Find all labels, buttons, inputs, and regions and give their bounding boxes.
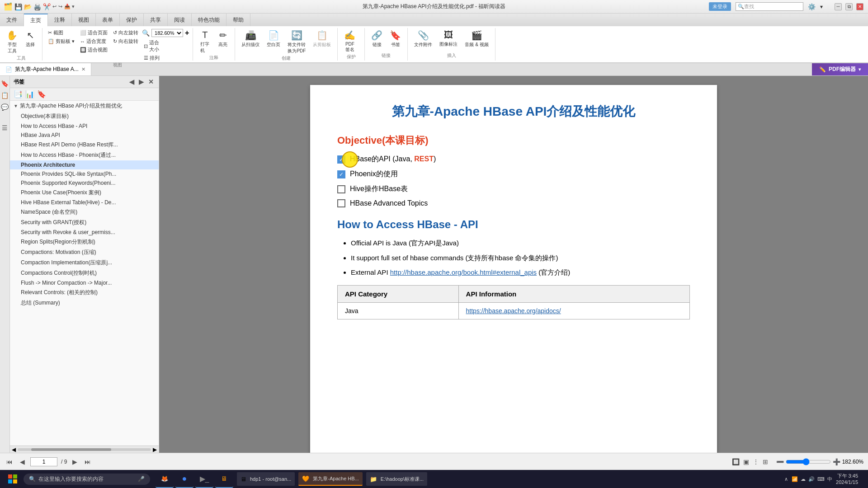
doc-tab-close[interactable]: ✕ xyxy=(81,66,85,72)
scroll-btn-view[interactable]: ⋮ xyxy=(752,457,760,466)
layers-panel-btn[interactable]: ☰ xyxy=(1,124,9,132)
sidebar-item-rest[interactable]: HBase Rest API Demo (HBase Rest挥... xyxy=(10,140,159,150)
pdf-editor-btn[interactable]: ✏️ PDF编辑器 ▾ xyxy=(812,63,868,75)
arrange-btn[interactable]: ☰排列 xyxy=(142,54,189,62)
tab-help[interactable]: 帮助 xyxy=(226,14,250,26)
checkbox-3[interactable] xyxy=(337,185,345,193)
select-tool-btn[interactable]: ↖ 选择 xyxy=(22,29,38,49)
convert-pdf-btn[interactable]: 🔄 将文件转换为PDF xyxy=(285,29,308,55)
sidebar-item-compact-c[interactable]: Compactions Control(控制时机) xyxy=(10,268,159,278)
typewriter-btn[interactable]: T 打字机 xyxy=(197,29,213,55)
tab-form[interactable]: 表单 xyxy=(96,14,120,26)
tab-home[interactable]: 主页 xyxy=(24,14,48,26)
rotate-right-btn[interactable]: ↻向右旋转 xyxy=(111,38,140,45)
restore-btn[interactable]: ⧉ xyxy=(845,3,853,10)
minimize-btn[interactable]: ─ xyxy=(835,3,842,10)
checkbox-4[interactable] xyxy=(337,199,345,207)
zoom-minus-btn[interactable]: ➖ xyxy=(776,458,784,465)
expand-icon[interactable]: ▾ xyxy=(820,4,823,10)
zoom-select[interactable]: 182.60% 100% 150% 200% xyxy=(151,29,183,37)
prev-page-btn[interactable]: ◀ xyxy=(18,457,27,466)
sidebar-item-phoenix-arch[interactable]: Phoenix Architecture xyxy=(10,160,159,169)
sidebar-item-access[interactable]: How to Access HBase - API xyxy=(10,122,159,131)
tab-feature[interactable]: 特色功能 xyxy=(192,14,226,26)
app3-container[interactable]: 📁 E:\hadoop\标准课... xyxy=(366,472,427,486)
highlight-btn[interactable]: ✏ 高亮 xyxy=(215,29,231,49)
bookmark-tool2[interactable]: 📊 xyxy=(25,90,34,99)
first-page-btn[interactable]: ⏮ xyxy=(5,457,14,466)
sidebar-item-phoenix-kw[interactable]: Phoenix Supported Keywords(Phoeni... xyxy=(10,178,159,188)
fit-view-btn[interactable]: 🔲适合视图 xyxy=(78,46,109,54)
taskbar-mic-icon[interactable]: 🎤 xyxy=(138,476,145,482)
scan-btn[interactable]: 📠 从扫描仪 xyxy=(239,29,262,49)
bookmark-panel-btn[interactable]: 🔖 xyxy=(1,80,9,88)
sidebar-item-controls[interactable]: Relevant Controls: (相关的控制) xyxy=(10,287,159,298)
search-box[interactable]: 🔍 查找 xyxy=(736,2,803,11)
login-btn[interactable]: 未登录 xyxy=(709,2,731,11)
bookmark-tool1[interactable]: 📑 xyxy=(14,90,23,99)
last-page-btn[interactable]: ⏭ xyxy=(83,457,93,466)
scroll-left-btn[interactable]: ◀ xyxy=(12,446,16,453)
sidebar-item-phoenix-use[interactable]: Phoenix Use Case(Phoenix 案例) xyxy=(10,188,159,198)
file-attach-btn[interactable]: 📎 文件附件 xyxy=(411,29,435,49)
sidebar-item-java[interactable]: HBase Java API xyxy=(10,131,159,140)
checkbox-1[interactable]: ✓ xyxy=(337,155,345,164)
next-page-btn[interactable]: ▶ xyxy=(71,457,79,466)
expand-tray-icon[interactable]: ∧ xyxy=(784,476,788,482)
tab-file[interactable]: 文件 xyxy=(0,14,24,26)
zoom-plus-btn[interactable]: ➕ xyxy=(833,458,840,465)
sidebar-item-compact-m[interactable]: Compactions: Motivation (压缩) xyxy=(10,247,159,258)
single-page-btn[interactable]: 🔲 xyxy=(731,457,741,466)
tab-protect[interactable]: 保护 xyxy=(120,14,144,26)
sidebar-item-summary[interactable]: 总结 (Summary) xyxy=(10,298,159,308)
sidebar-item-namespace[interactable]: NameSpace (命名空间) xyxy=(10,207,159,217)
hand-tool-btn[interactable]: ✋ 手型工具 xyxy=(4,29,20,55)
scroll-right-btn[interactable]: ▶ xyxy=(153,446,157,453)
tab-share[interactable]: 共享 xyxy=(144,14,168,26)
fit-size-btn[interactable]: ⊡适合大小 xyxy=(142,39,189,53)
annot-panel-btn[interactable]: 💬 xyxy=(1,103,9,111)
close-sidebar-btn[interactable]: ✕ xyxy=(147,78,155,86)
taskbar-time[interactable]: 下午 3:45 2024/1/15 xyxy=(836,473,858,486)
pdf-sign-btn[interactable]: ✍ PDF签名 xyxy=(341,29,358,54)
page-input[interactable] xyxy=(30,457,57,466)
sidebar-item-revoke[interactable]: Security with Revoke & user_permiss... xyxy=(10,228,159,237)
page-panel-btn[interactable]: 📋 xyxy=(1,91,9,99)
zoom-slider[interactable] xyxy=(786,458,831,465)
sidebar-item-grant[interactable]: Security with GRANT(授权) xyxy=(10,217,159,228)
sidebar-item-root[interactable]: ▼ 第九章-Apache HBase API介绍及性能优化 xyxy=(10,101,159,111)
bookmark-tool3[interactable]: 🔖 xyxy=(37,90,46,99)
checkbox-2[interactable]: ✓ xyxy=(337,170,345,178)
sidebar-item-compact-i[interactable]: Compaction Implementation(压缩原j... xyxy=(10,258,159,268)
clipboard-btn[interactable]: 📋剪贴板 ▾ xyxy=(46,38,76,45)
bookmark-btn[interactable]: 🔖 书签 xyxy=(387,29,404,49)
tab-read[interactable]: 阅读 xyxy=(168,14,192,26)
from-clipboard-btn[interactable]: 📋 从剪贴板 xyxy=(310,29,334,49)
sidebar-item-flush[interactable]: Flush -> Minor Compaction -> Major... xyxy=(10,278,159,287)
sidebar-item-objective[interactable]: Objective(本课目标) xyxy=(10,111,159,122)
sidebar-item-phoenix-sql[interactable]: Phoenix Provides SQL-like Syntax(Ph... xyxy=(10,169,159,178)
crop-btn[interactable]: ✂截图 xyxy=(46,29,76,37)
lang-icon[interactable]: 中 xyxy=(827,476,832,483)
external-api-link[interactable]: http://hbase.apache.org/book.html#extern… xyxy=(390,268,537,276)
app2-container[interactable]: 🧡 第九章-Apache HB... xyxy=(298,472,362,486)
image-mark-btn[interactable]: 🖼 图像标注 xyxy=(437,29,460,48)
volume-icon[interactable]: 🔊 xyxy=(808,476,815,482)
tab-annotate[interactable]: 注释 xyxy=(48,14,72,26)
double-page-btn[interactable]: ▣ xyxy=(742,457,750,466)
link-btn[interactable]: 🔗 链接 xyxy=(368,29,385,49)
sidebar-item-hive[interactable]: Hive HBase External Table(Hive) - De... xyxy=(10,198,159,207)
taskbar-search[interactable]: 🔍 在这里输入你要搜索的内容 🎤 xyxy=(24,474,150,485)
tab-view[interactable]: 视图 xyxy=(72,14,96,26)
rotate-left-btn[interactable]: ↺向左旋转 xyxy=(111,29,140,37)
doc-tab[interactable]: 📄 第九章-Apache HBase A... ✕ xyxy=(0,63,91,75)
fit-page-btn[interactable]: ⬜适合页面 xyxy=(78,29,109,37)
prev-bookmark-btn[interactable]: ◀ xyxy=(128,78,136,86)
sidebar-item-region[interactable]: Region Splits(Region分割机制) xyxy=(10,237,159,247)
blank-page-btn[interactable]: 📄 空白页 xyxy=(264,29,283,49)
next-bookmark-btn[interactable]: ▶ xyxy=(137,78,145,86)
pdf-area[interactable]: 第九章-Apache HBase API介绍及性能优化 Objective(本课… xyxy=(159,76,868,453)
taskbar-app-hdp[interactable]: 🖥 xyxy=(215,470,233,488)
settings-icon[interactable]: ⚙️ xyxy=(808,3,816,10)
zoom-out-btn[interactable]: 🔍 xyxy=(142,29,150,37)
